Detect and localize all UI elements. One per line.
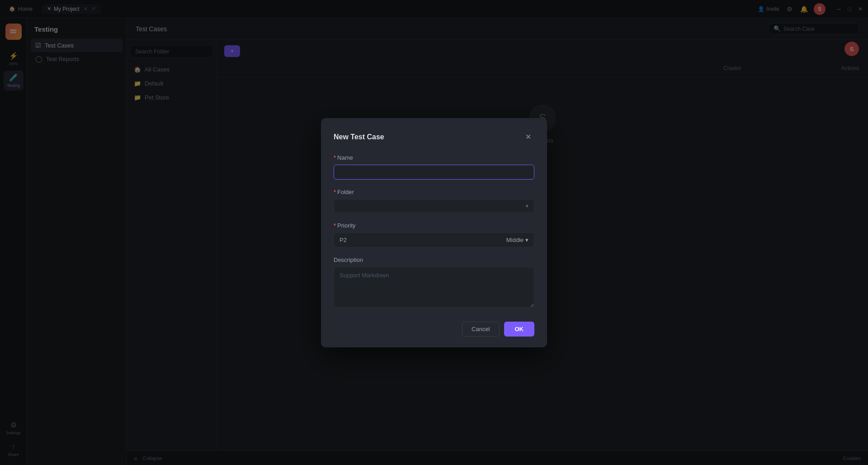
- folder-label: * Folder: [334, 189, 534, 195]
- name-field-group: * Name: [334, 154, 534, 180]
- folder-label-text: Folder: [337, 189, 354, 195]
- description-textarea[interactable]: [334, 267, 534, 308]
- cancel-button[interactable]: Cancel: [462, 322, 499, 337]
- priority-required-star: *: [334, 222, 336, 229]
- folder-required-star: *: [334, 189, 336, 195]
- modal-header: New Test Case ✕: [334, 131, 534, 143]
- description-label-text: Description: [334, 256, 363, 263]
- modal-backdrop[interactable]: New Test Case ✕ * Name * Folder ▾: [0, 0, 868, 465]
- priority-value-text: Middle: [506, 237, 524, 243]
- priority-label: * Priority: [334, 222, 534, 229]
- new-test-case-modal: New Test Case ✕ * Name * Folder ▾: [321, 118, 547, 347]
- name-required-star: *: [334, 154, 336, 161]
- description-field-group: Description: [334, 256, 534, 309]
- modal-footer: Cancel OK: [334, 322, 534, 337]
- priority-code: P2: [340, 237, 506, 243]
- chevron-down-icon: ▾: [526, 203, 528, 209]
- priority-chevron-icon: ▾: [525, 237, 528, 243]
- priority-field-group: * Priority P2 Middle ▾: [334, 222, 534, 247]
- priority-value-select[interactable]: Middle ▾: [506, 237, 528, 243]
- folder-field-group: * Folder ▾: [334, 189, 534, 213]
- description-label: Description: [334, 256, 534, 263]
- folder-select[interactable]: ▾: [334, 199, 534, 213]
- name-label-text: Name: [337, 154, 353, 161]
- modal-title: New Test Case: [334, 133, 384, 141]
- priority-label-text: Priority: [337, 222, 355, 229]
- name-label: * Name: [334, 154, 534, 161]
- modal-close-button[interactable]: ✕: [522, 131, 534, 143]
- priority-row[interactable]: P2 Middle ▾: [334, 232, 534, 247]
- name-input[interactable]: [334, 165, 534, 180]
- ok-button[interactable]: OK: [504, 322, 535, 337]
